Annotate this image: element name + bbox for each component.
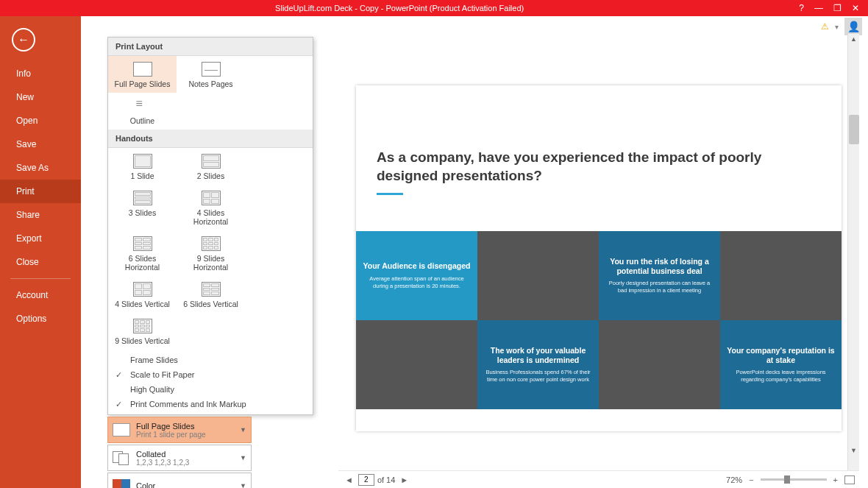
option-frame-slides[interactable]: Frame Slides bbox=[108, 353, 313, 367]
option-scale-to-fit[interactable]: Scale to Fit Paper bbox=[108, 367, 313, 382]
handout-6v-icon bbox=[202, 282, 221, 297]
preview-footer: ◄ of 14 ► 72% − + bbox=[338, 470, 859, 488]
nav-info[interactable]: Info bbox=[0, 62, 81, 85]
full-page-icon bbox=[133, 62, 152, 77]
layout-2-slides[interactable]: 2 Slides bbox=[177, 148, 245, 185]
notes-icon bbox=[202, 62, 221, 77]
slide-image-3 bbox=[356, 320, 477, 409]
chevron-down-icon: ▼ bbox=[240, 482, 246, 488]
nav-print[interactable]: Print bbox=[0, 180, 81, 203]
back-button[interactable] bbox=[12, 28, 35, 52]
nav-account[interactable]: Account bbox=[0, 283, 81, 307]
chevron-down-icon: ▼ bbox=[240, 426, 246, 434]
prev-page-button[interactable]: ◄ bbox=[343, 475, 355, 484]
layout-4-slides-horizontal[interactable]: 4 Slides Horizontal bbox=[177, 185, 245, 230]
layout-outline[interactable]: Outline bbox=[108, 93, 177, 130]
nav-export[interactable]: Export bbox=[0, 227, 81, 250]
slide-cell-4: Your company's reputation is at stake Po… bbox=[720, 320, 842, 409]
vertical-scrollbar[interactable]: ▲ ▼ bbox=[847, 34, 859, 470]
handout-9h-icon bbox=[202, 236, 221, 251]
setting-collated[interactable]: Collated 1,2,3 1,2,3 1,2,3 ▼ bbox=[107, 445, 252, 471]
nav-save[interactable]: Save bbox=[0, 132, 81, 156]
slide-image-2 bbox=[720, 231, 842, 320]
handouts-header: Handouts bbox=[108, 130, 313, 148]
nav-open[interactable]: Open bbox=[0, 109, 81, 132]
layout-9-slides-vertical[interactable]: 9 Slides Vertical bbox=[108, 313, 177, 350]
print-preview-area: As a company, have you experienced the i… bbox=[338, 34, 859, 488]
slide-accent-bar bbox=[377, 193, 403, 195]
setting-slide-layout[interactable]: Full Page Slides Print 1 slide per page … bbox=[107, 417, 252, 443]
handout-3-icon bbox=[133, 191, 152, 205]
layout-notes-pages[interactable]: Notes Pages bbox=[177, 56, 245, 93]
nav-new[interactable]: New bbox=[0, 85, 81, 109]
zoom-slider-thumb[interactable] bbox=[784, 475, 790, 484]
layout-9-slides-horizontal[interactable]: 9 Slides Horizontal bbox=[177, 230, 245, 276]
page-number-input[interactable] bbox=[358, 474, 374, 486]
layout-4-slides-vertical[interactable]: 4 Slides Vertical bbox=[108, 276, 177, 313]
zoom-out-button[interactable]: − bbox=[747, 475, 755, 484]
help-button[interactable]: ? bbox=[799, 3, 804, 13]
layout-6-slides-vertical[interactable]: 6 Slides Vertical bbox=[177, 276, 245, 313]
zoom-slider[interactable] bbox=[761, 478, 827, 481]
outline-icon bbox=[133, 99, 152, 113]
print-layout-popup: Print Layout Full Page Slides Notes Page… bbox=[107, 37, 313, 415]
restore-button[interactable]: ❐ bbox=[833, 3, 842, 13]
ribbon-options-icon[interactable]: ▾ bbox=[835, 23, 839, 31]
chevron-down-icon: ▼ bbox=[240, 454, 246, 462]
zoom-in-button[interactable]: + bbox=[831, 475, 840, 484]
option-high-quality[interactable]: High Quality bbox=[108, 382, 313, 397]
nav-separator bbox=[10, 278, 71, 279]
layout-3-slides[interactable]: 3 Slides bbox=[108, 185, 177, 230]
handout-9v-icon bbox=[133, 319, 152, 333]
scroll-up-arrow-icon[interactable]: ▲ bbox=[850, 35, 857, 43]
print-layout-header: Print Layout bbox=[108, 38, 313, 56]
zoom-fit-button[interactable] bbox=[844, 475, 855, 484]
slide-cell-2: You run the risk of losing a potential b… bbox=[599, 231, 720, 320]
close-window-button[interactable]: ✕ bbox=[852, 3, 859, 13]
title-bar: SlideUpLift.com Deck - Copy - PowerPoint… bbox=[0, 0, 868, 16]
warning-icon[interactable]: ⚠ bbox=[821, 21, 829, 32]
scrollbar-thumb[interactable] bbox=[849, 115, 859, 144]
scroll-down-arrow-icon[interactable]: ▼ bbox=[850, 447, 857, 454]
collate-icon bbox=[113, 451, 130, 464]
handout-4h-icon bbox=[202, 191, 221, 205]
zoom-percent-label: 72% bbox=[726, 475, 742, 484]
handout-1-icon bbox=[133, 154, 152, 169]
nav-options[interactable]: Options bbox=[0, 307, 81, 330]
nav-saveas[interactable]: Save As bbox=[0, 156, 81, 180]
backstage-nav: Info New Open Save Save As Print Share E… bbox=[0, 16, 81, 488]
layout-full-page-slides[interactable]: Full Page Slides bbox=[108, 56, 177, 93]
layout-6-slides-horizontal[interactable]: 6 Slides Horizontal bbox=[108, 230, 177, 276]
setting-color[interactable]: Color ▼ bbox=[107, 473, 252, 488]
window-title: SlideUpLift.com Deck - Copy - PowerPoint… bbox=[0, 4, 799, 13]
slide-cell-1: Your Audience is disengaged Average atte… bbox=[356, 231, 477, 320]
next-page-button[interactable]: ► bbox=[398, 475, 410, 484]
minimize-button[interactable]: — bbox=[814, 3, 823, 13]
option-print-comments[interactable]: Print Comments and Ink Markup bbox=[108, 397, 313, 411]
slide-image-4 bbox=[599, 320, 720, 409]
handout-4v-icon bbox=[133, 282, 152, 297]
slide-image-1 bbox=[477, 231, 599, 320]
page-total-label: of 14 bbox=[377, 475, 395, 484]
nav-close[interactable]: Close bbox=[0, 250, 81, 274]
layout-1-slide[interactable]: 1 Slide bbox=[108, 148, 177, 185]
color-icon bbox=[113, 479, 130, 488]
handout-6h-icon bbox=[133, 236, 152, 251]
slide-cell-3: The work of your valuable leaders is und… bbox=[477, 320, 599, 409]
user-avatar-icon[interactable]: 👤 bbox=[844, 18, 862, 35]
handout-2-icon bbox=[202, 154, 221, 169]
nav-share[interactable]: Share bbox=[0, 203, 81, 227]
slide-layout-icon bbox=[113, 423, 130, 436]
slide-preview: As a company, have you experienced the i… bbox=[356, 85, 842, 431]
slide-title: As a company, have you experienced the i… bbox=[377, 149, 821, 185]
